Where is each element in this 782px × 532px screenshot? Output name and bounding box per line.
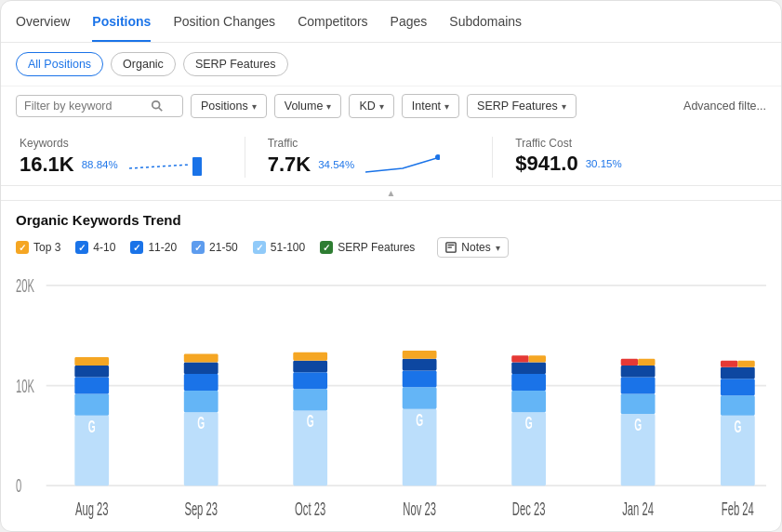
svg-rect-34	[403, 370, 437, 387]
svg-rect-33	[403, 387, 437, 408]
svg-rect-21	[184, 391, 219, 412]
svg-rect-56	[721, 361, 737, 367]
svg-text:Feb 24: Feb 24	[722, 499, 754, 519]
svg-rect-18	[74, 357, 109, 366]
collapse-indicator[interactable]: ▲	[1, 186, 781, 201]
chevron-down-icon: ▾	[444, 101, 449, 112]
svg-text:20K: 20K	[16, 275, 34, 296]
filter-pills-row: All Positions Organic SERP Features	[1, 43, 781, 86]
tab-pages[interactable]: Pages	[391, 14, 428, 42]
legend-serp-features-label: SERP Features	[338, 241, 415, 254]
svg-rect-49	[621, 359, 638, 366]
legend-4-10[interactable]: ✓ 4-10	[75, 241, 115, 254]
tab-competitors[interactable]: Competitors	[298, 14, 367, 42]
traffic-sparkline	[365, 152, 440, 178]
tab-position-changes[interactable]: Position Changes	[173, 14, 275, 42]
svg-text:G: G	[88, 418, 96, 436]
svg-text:G: G	[734, 418, 741, 436]
trend-title: Organic Keywords Trend	[16, 212, 766, 228]
advanced-filter-button[interactable]: Advanced filte...	[683, 100, 766, 113]
svg-rect-48	[621, 366, 656, 378]
svg-point-0	[152, 101, 160, 109]
pill-organic[interactable]: Organic	[111, 52, 176, 76]
svg-text:G: G	[525, 414, 533, 432]
legend-serp-features[interactable]: ✓ SERP Features	[320, 241, 415, 254]
svg-text:Dec 23: Dec 23	[512, 499, 546, 519]
legend-21-50[interactable]: ✓ 21-50	[192, 241, 238, 254]
metric-keywords-change: 88.84%	[82, 159, 118, 170]
tab-positions[interactable]: Positions	[92, 14, 151, 42]
bar-group-jan24: G	[621, 359, 656, 485]
chart-svg: 20K 10K 0 G	[16, 269, 766, 527]
svg-text:G: G	[416, 411, 423, 430]
svg-rect-30	[293, 352, 327, 361]
search-input-wrap[interactable]	[16, 95, 183, 117]
bar-group-nov23: G	[403, 351, 437, 485]
legend-top3-check: ✓	[16, 241, 29, 254]
pill-serp-features[interactable]: SERP Features	[183, 52, 288, 76]
keywords-sparkline	[129, 152, 204, 178]
svg-rect-24	[184, 353, 219, 362]
metric-traffic-cost-value-row: $941.0 30.15%	[515, 152, 718, 176]
svg-rect-17	[74, 366, 109, 378]
svg-text:Nov 23: Nov 23	[403, 499, 436, 519]
legend-21-50-label: 21-50	[209, 241, 238, 254]
chevron-down-icon: ▾	[562, 101, 566, 112]
svg-rect-29	[293, 361, 327, 373]
svg-text:G: G	[307, 412, 314, 431]
svg-rect-43	[529, 355, 546, 362]
metric-traffic-cost: Traffic Cost $941.0 30.15%	[515, 137, 740, 178]
svg-text:Aug 23: Aug 23	[75, 499, 109, 519]
metric-traffic-value: 7.7K	[268, 153, 311, 177]
legend-51-100-label: 51-100	[271, 241, 305, 254]
metric-keywords-value: 16.1K	[20, 153, 74, 177]
svg-text:G: G	[634, 416, 642, 434]
pill-all-positions[interactable]: All Positions	[16, 52, 103, 76]
legend-51-100[interactable]: ✓ 51-100	[253, 241, 305, 254]
svg-rect-28	[293, 372, 327, 389]
dropdown-intent[interactable]: Intent ▾	[402, 94, 459, 118]
legend-4-10-label: 4-10	[93, 241, 115, 254]
svg-line-1	[159, 108, 163, 112]
bar-group-sep23: G	[184, 353, 219, 485]
legend-11-20-check: ✓	[130, 241, 143, 254]
svg-point-4	[435, 154, 440, 160]
main-card: Overview Positions Position Changes Comp…	[0, 0, 782, 532]
metrics-row: Keywords 16.1K 88.84% Traffic 7.7K 34.54…	[1, 126, 781, 186]
svg-rect-47	[621, 378, 656, 394]
metric-traffic-value-row: 7.7K 34.54%	[268, 152, 471, 178]
metric-traffic: Traffic 7.7K 34.54%	[268, 137, 494, 178]
legend-51-100-check: ✓	[253, 241, 266, 254]
metric-traffic-label: Traffic	[268, 137, 471, 150]
legend-11-20[interactable]: ✓ 11-20	[130, 241, 177, 254]
search-bar-row: Positions ▾ Volume ▾ KD ▾ Intent ▾ SERP …	[1, 86, 781, 126]
metric-traffic-cost-label: Traffic Cost	[515, 137, 718, 150]
notes-icon	[445, 242, 457, 253]
svg-text:G: G	[197, 414, 205, 432]
legend-21-50-check: ✓	[192, 241, 205, 254]
svg-rect-46	[621, 394, 656, 415]
notes-button[interactable]: Notes ▾	[437, 237, 508, 258]
svg-rect-57	[737, 361, 754, 367]
metric-keywords-label: Keywords	[20, 137, 222, 150]
svg-rect-3	[192, 157, 202, 176]
svg-rect-35	[403, 359, 437, 371]
chart-container: 20K 10K 0 G	[1, 269, 781, 527]
legend-top3-label: Top 3	[33, 241, 60, 254]
bar-group-feb24: G	[721, 361, 755, 486]
dropdown-positions[interactable]: Positions ▾	[191, 94, 267, 118]
chevron-down-icon: ▾	[379, 101, 384, 112]
legend-top3[interactable]: ✓ Top 3	[16, 241, 60, 254]
search-input[interactable]	[24, 100, 145, 113]
svg-line-2	[129, 165, 190, 168]
svg-rect-27	[293, 389, 327, 410]
tab-subdomains[interactable]: Subdomains	[449, 14, 522, 42]
chevron-down-icon: ▾	[252, 101, 257, 112]
tab-overview[interactable]: Overview	[16, 14, 70, 42]
dropdown-serp-features[interactable]: SERP Features ▾	[467, 94, 577, 118]
svg-rect-16	[74, 378, 109, 394]
svg-text:Jan 24: Jan 24	[622, 499, 654, 519]
dropdown-kd[interactable]: KD ▾	[349, 94, 393, 118]
svg-text:10K: 10K	[16, 375, 34, 395]
dropdown-volume[interactable]: Volume ▾	[274, 94, 342, 118]
